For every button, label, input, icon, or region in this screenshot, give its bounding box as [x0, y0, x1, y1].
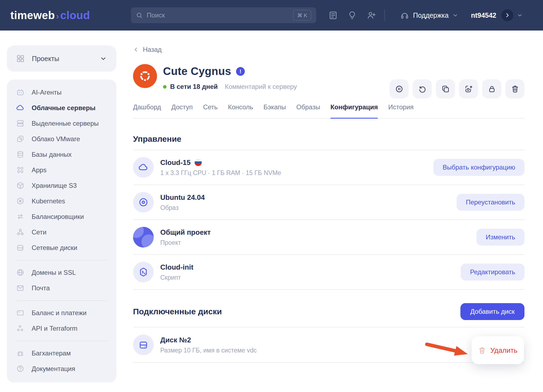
server-tabs: Дашборд Доступ Сеть Консоль Бэкапы Образ… — [133, 103, 524, 119]
sidebar-item-network-disks[interactable]: Сетевые диски — [7, 240, 116, 255]
mail-icon — [16, 284, 25, 292]
snapshot-server-button[interactable] — [459, 79, 478, 98]
sidebar-item-bughunters[interactable]: Багхантерам — [7, 345, 116, 361]
topbar-divider — [384, 10, 385, 21]
sidebar-item-apps[interactable]: Apps — [7, 162, 116, 178]
sidebar-item-label: Выделенные серверы — [32, 120, 99, 127]
row-title: Cloud-15 — [160, 158, 281, 167]
sidebar-item-databases[interactable]: Базы данных — [7, 147, 116, 162]
sidebar-item-balancers[interactable]: Балансировщики — [7, 209, 116, 224]
account-arrow-button[interactable] — [501, 9, 513, 21]
edit-cloud-init-button[interactable]: Редактировать — [461, 264, 524, 281]
sidebar-item-cloud-servers[interactable]: Облачные серверы — [7, 100, 116, 116]
topbar-icon-group — [328, 10, 376, 20]
tab-history[interactable]: История — [388, 103, 414, 118]
support-menu[interactable]: Поддержка — [400, 11, 458, 20]
server-comment-link[interactable]: Комментарий к серверу — [225, 83, 297, 91]
invite-user-button[interactable] — [366, 10, 376, 20]
row-subtitle: 1 x 3.3 ГГц CPU · 1 ГБ RAM · 15 ГБ NVMe — [160, 169, 281, 177]
sidebar-item-label: Багхантерам — [32, 349, 71, 357]
sidebar-item-vmware[interactable]: Облако VMware — [7, 131, 116, 147]
add-disk-button[interactable]: Добавить диск — [460, 303, 524, 320]
pause-server-button[interactable] — [390, 79, 409, 98]
row-avatar — [133, 192, 154, 213]
sidebar-item-networks[interactable]: Сети — [7, 224, 116, 240]
sidebar-item-label: API и Terraform — [32, 325, 77, 332]
delete-server-button[interactable] — [505, 79, 524, 98]
chevron-down-icon — [99, 55, 107, 62]
sidebar-section: Домены и SSL Почта — [7, 265, 116, 296]
search-input[interactable]: Поиск ⌘ K — [131, 7, 316, 23]
info-badge[interactable]: ! — [236, 67, 245, 76]
search-shortcut-badge: ⌘ K — [293, 10, 311, 21]
annotation-arrow — [425, 342, 471, 358]
sidebar-item-label: Сетевые диски — [32, 244, 77, 252]
tab-console[interactable]: Консоль — [228, 103, 253, 118]
reinstall-os-button[interactable]: Переустановить — [457, 194, 524, 211]
sidebar-item-label: AI-Агенты — [32, 89, 62, 96]
sidebar-item-label: Документация — [32, 365, 75, 373]
delete-disk-button[interactable]: Удалить — [472, 336, 524, 364]
sidebar-item-domains-ssl[interactable]: Домены и SSL — [7, 265, 116, 280]
disk-title-text: Диск №2 — [160, 336, 191, 344]
sidebar-item-docs[interactable]: Документация — [7, 361, 116, 376]
sidebar-item-label: Хранилище S3 — [32, 182, 77, 189]
sidebar-item-label: Базы данных — [32, 151, 72, 158]
tab-dashboard[interactable]: Дашборд — [133, 103, 161, 118]
disk-subtitle: Размер 10 ГБ, имя в системе vdc — [160, 347, 257, 354]
status-text: В сети 18 дней — [170, 83, 218, 91]
row-avatar — [133, 227, 154, 248]
account-menu[interactable]: nt94542 — [471, 9, 523, 21]
logo-brand-text: timeweb — [10, 9, 55, 22]
ideas-button[interactable] — [347, 10, 357, 20]
lock-server-button[interactable] — [482, 79, 501, 98]
disk-title: Диск №2 — [160, 336, 257, 344]
row-title-text: Общий проект — [160, 228, 211, 237]
tab-images[interactable]: Образы — [296, 103, 320, 118]
trash-icon — [511, 85, 519, 93]
change-project-button[interactable]: Изменить — [476, 229, 524, 246]
management-heading: Управление — [133, 134, 524, 144]
sidebar-item-s3[interactable]: Хранилище S3 — [7, 178, 116, 193]
sidebar-item-label: Облачные серверы — [32, 104, 95, 112]
sidebar-section: AI-Агенты Облачные серверы В — [7, 85, 116, 255]
tab-configuration[interactable]: Конфигурация — [330, 103, 378, 118]
timeweb-cloud-logo[interactable]: timeweb › cloud — [10, 9, 90, 22]
row-title: Общий проект — [160, 228, 211, 237]
news-button[interactable] — [328, 10, 338, 20]
disks-heading: Подключенные диски — [133, 307, 222, 316]
snapshot-add-icon — [464, 85, 473, 93]
clone-server-button[interactable] — [436, 79, 455, 98]
tab-network[interactable]: Сеть — [203, 103, 218, 118]
sidebar-item-kubernetes[interactable]: Kubernetes — [7, 193, 116, 209]
news-icon — [328, 10, 338, 20]
sidebar-item-mail[interactable]: Почта — [7, 280, 116, 296]
choose-configuration-button[interactable]: Выбрать конфигурацию — [433, 159, 524, 176]
back-link[interactable]: Назад — [133, 46, 162, 53]
sidebar-section: Баланс и платежи API и Terraform — [7, 305, 116, 336]
sidebar-item-label: Почта — [32, 284, 50, 292]
os-image-icon — [138, 197, 149, 207]
cloud-icon — [16, 104, 25, 112]
online-status-dot — [163, 85, 167, 89]
projects-label: Проекты — [32, 55, 59, 63]
headphones-icon — [400, 11, 409, 20]
tab-access[interactable]: Доступ — [171, 103, 193, 118]
sidebar-item-billing[interactable]: Баланс и платежи — [7, 305, 116, 321]
back-label: Назад — [143, 46, 162, 53]
sidebar-menu: AI-Агенты Облачные серверы В — [7, 80, 116, 382]
sidebar-item-dedicated-servers[interactable]: Выделенные серверы — [7, 116, 116, 131]
tab-backups[interactable]: Бэкапы — [263, 103, 286, 118]
sidebar-item-api-terraform[interactable]: API и Terraform — [7, 321, 116, 336]
lock-icon — [488, 85, 496, 93]
sidebar-item-ai-agents[interactable]: AI-Агенты — [7, 85, 116, 100]
projects-grid-icon — [16, 54, 25, 63]
projects-selector[interactable]: Проекты — [7, 46, 116, 72]
bug-icon — [16, 349, 25, 357]
restore-server-button[interactable] — [413, 79, 432, 98]
delete-disk-label: Удалить — [490, 346, 517, 355]
row-avatar — [133, 262, 154, 282]
cloud-icon — [138, 162, 149, 173]
globe-icon — [16, 268, 25, 277]
topbar: timeweb › cloud Поиск ⌘ K — [0, 0, 543, 31]
